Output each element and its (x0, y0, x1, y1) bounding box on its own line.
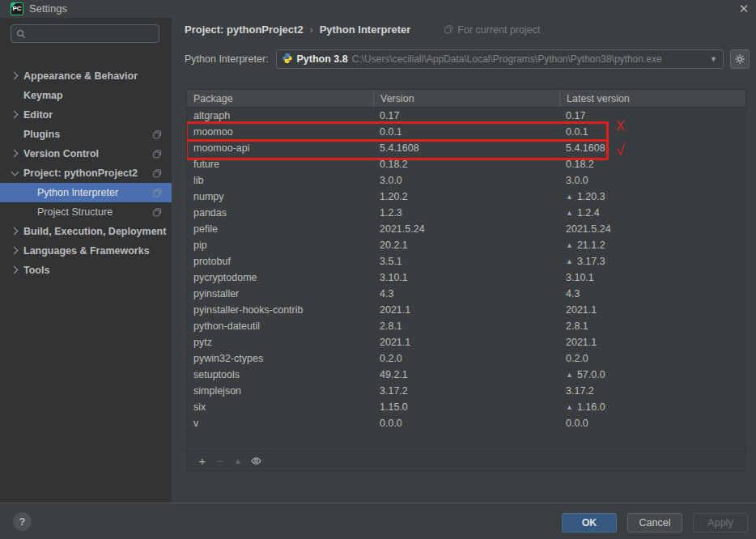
pycharm-logo-icon: PC (11, 2, 23, 15)
search-icon (16, 29, 26, 39)
table-row[interactable]: pyinstaller-hooks-contrib 2021.1 2021.1 (187, 302, 745, 318)
table-row[interactable]: setuptools 49.2.1 ▲57.0.0 (187, 367, 745, 383)
sidebar-item-plugins[interactable]: Plugins (0, 125, 172, 144)
sidebar-item-label: Languages & Frameworks (23, 245, 150, 257)
package-name-cell: setuptools (187, 369, 373, 380)
interpreter-name: Python 3.8 (297, 53, 348, 65)
package-name-cell: pytz (187, 337, 373, 348)
version-cell: 2021.1 (373, 337, 559, 348)
main-panel: Project: pythonProject2 › Python Interpr… (172, 18, 756, 503)
close-icon[interactable]: ✕ (735, 1, 753, 17)
apply-button[interactable]: Apply (693, 513, 748, 533)
table-row[interactable]: moomoo-api 5.4.1608 5.4.1608 √ (187, 140, 745, 156)
python-icon (282, 53, 293, 66)
sidebar-item-label: Tools (23, 265, 49, 276)
uninstall-package-button[interactable]: − (211, 453, 229, 469)
project-scope-icon (153, 168, 162, 180)
table-row[interactable]: pefile 2021.5.24 2021.5.24 (187, 221, 745, 237)
upgrade-package-button[interactable]: ▲ (229, 453, 247, 469)
sidebar-item-project-structure[interactable]: Project Structure (0, 202, 172, 222)
table-row[interactable]: future 0.18.2 0.18.2 (187, 156, 745, 172)
table-row[interactable]: pytz 2021.1 2021.1 (187, 334, 745, 350)
table-row[interactable]: numpy 1.20.2 ▲1.20.3 (187, 189, 745, 205)
install-package-button[interactable]: + (193, 453, 211, 469)
dialog-footer: ? OK Cancel Apply (0, 503, 756, 539)
search-input[interactable] (30, 28, 154, 40)
interpreter-select[interactable]: Python 3.8 C:\Users\ceciliali\AppData\Lo… (276, 49, 724, 69)
version-cell: 49.2.1 (373, 369, 559, 380)
breadcrumb-page: Python Interpreter (320, 23, 411, 36)
search-box[interactable] (11, 24, 159, 43)
version-cell: 2.8.1 (373, 320, 559, 332)
chevron-icon (10, 109, 21, 121)
cancel-button[interactable]: Cancel (627, 513, 682, 533)
table-row[interactable]: altgraph 0.17 0.17 (187, 108, 745, 124)
version-cell: 5.4.1608 (373, 142, 559, 154)
breadcrumb-project[interactable]: Project: pythonProject2 (185, 23, 304, 36)
table-row[interactable]: python-dateutil 2.8.1 2.8.1 (187, 318, 745, 334)
interpreter-row: Python Interpreter: Python 3.8 C:\Users\… (185, 49, 750, 69)
gear-icon (734, 53, 745, 65)
latest-version-cell: 3.0.0 (559, 175, 745, 186)
upgrade-arrow-icon: ▲ (566, 403, 573, 411)
version-cell: 1.2.3 (373, 207, 559, 219)
sidebar-item-label: Project Structure (37, 206, 113, 218)
column-header-package[interactable]: Package (187, 90, 373, 107)
table-row[interactable]: simplejson 3.17.2 3.17.2 (187, 383, 745, 399)
package-table: Package Version Latest version altgraph … (186, 89, 746, 471)
sidebar-item-build-execution-deployment[interactable]: Build, Execution, Deployment (0, 222, 172, 241)
upgrade-arrow-icon: ▲ (566, 371, 573, 379)
latest-version-cell: 2.8.1 (559, 320, 745, 332)
table-row[interactable]: lib 3.0.0 3.0.0 (187, 172, 745, 189)
latest-version-cell: 5.4.1608 (559, 142, 745, 154)
upgrade-arrow-icon: ▲ (566, 193, 573, 201)
version-cell: 1.15.0 (373, 401, 559, 413)
chevron-icon (10, 265, 21, 276)
sidebar-tree: Appearance & Behavior Keymap Editor Plug… (0, 66, 172, 280)
latest-version-cell: 0.18.2 (559, 159, 745, 170)
column-header-latest-version[interactable]: Latest version (559, 90, 745, 107)
help-button[interactable]: ? (13, 512, 32, 531)
latest-version-cell: ▲1.20.3 (559, 191, 745, 202)
table-row[interactable]: protobuf 3.5.1 ▲3.17.3 (187, 253, 745, 270)
project-scope-icon (153, 188, 162, 200)
latest-version-cell: 0.2.0 (559, 353, 745, 364)
package-name-cell: v (187, 418, 373, 429)
show-early-releases-button[interactable] (247, 453, 265, 469)
sidebar-item-label: Keymap (23, 90, 63, 101)
table-row[interactable]: pandas 1.2.3 ▲1.2.4 (187, 205, 745, 221)
package-name-cell: pyinstaller-hooks-contrib (187, 304, 373, 316)
chevron-down-icon[interactable]: ▼ (710, 55, 717, 63)
table-row[interactable]: moomoo 0.0.1 0.0.1 X (187, 124, 745, 140)
sidebar-item-languages-frameworks[interactable]: Languages & Frameworks (0, 241, 172, 261)
table-body: altgraph 0.17 0.17 moomoo 0.0.1 0.0.1 X … (187, 108, 745, 434)
project-scope-icon (153, 207, 162, 219)
table-row[interactable]: six 1.15.0 ▲1.16.0 (187, 399, 745, 415)
sidebar-item-appearance-behavior[interactable]: Appearance & Behavior (0, 66, 172, 86)
sidebar-item-project-pythonproject2[interactable]: Project: pythonProject2 (0, 163, 172, 183)
package-name-cell: future (187, 159, 373, 170)
sidebar-item-editor[interactable]: Editor (0, 105, 172, 125)
table-row[interactable]: pycryptodome 3.10.1 3.10.1 (187, 270, 745, 286)
chevron-icon (10, 245, 21, 257)
for-current-project-badge: For current project (444, 24, 540, 36)
table-row[interactable]: pywin32-ctypes 0.2.0 0.2.0 (187, 350, 745, 367)
column-header-version[interactable]: Version (373, 90, 559, 107)
upgrade-arrow-icon: ▲ (566, 257, 573, 265)
sidebar-item-version-control[interactable]: Version Control (0, 144, 172, 163)
sidebar-item-python-interpreter[interactable]: Python Interpreter (0, 183, 172, 202)
package-name-cell: pyinstaller (187, 288, 373, 299)
table-row[interactable]: pip 20.2.1 ▲21.1.2 (187, 237, 745, 253)
sidebar-item-keymap[interactable]: Keymap (0, 86, 172, 105)
ok-button[interactable]: OK (562, 513, 617, 533)
version-cell: 3.10.1 (373, 272, 559, 283)
latest-version-cell: ▲21.1.2 (559, 240, 745, 251)
table-row[interactable]: pyinstaller 4.3 4.3 (187, 286, 745, 302)
table-row[interactable]: v 0.0.0 0.0.0 (187, 415, 745, 431)
latest-version-cell: 3.17.2 (559, 385, 745, 397)
chevron-icon (10, 148, 21, 159)
latest-version-cell: ▲1.2.4 (559, 207, 745, 219)
sidebar-item-tools[interactable]: Tools (0, 261, 172, 280)
gear-button[interactable] (730, 49, 750, 69)
package-name-cell: simplejson (187, 385, 373, 397)
